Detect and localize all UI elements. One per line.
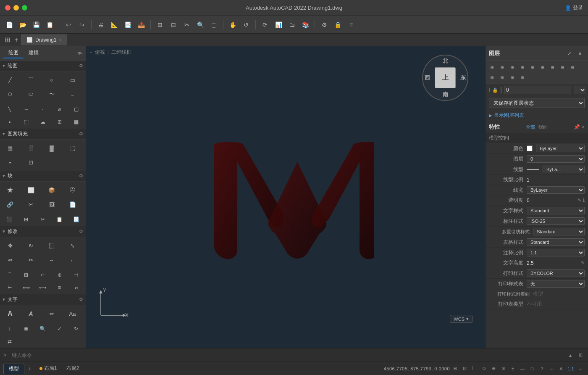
scale-display[interactable]: 1:1 xyxy=(567,364,575,373)
tool-hatch-small[interactable]: ▦ xyxy=(68,116,84,128)
props-tab-mine[interactable]: 我约 xyxy=(538,124,548,130)
tool-hatch-island[interactable]: ⊡ xyxy=(23,156,39,169)
zoom-button[interactable]: 🔍 xyxy=(194,19,206,31)
pan-button[interactable]: ✋ xyxy=(227,19,239,31)
tool-xline[interactable]: ╲ xyxy=(2,103,18,115)
tool-arc[interactable]: ⌒ xyxy=(23,73,39,87)
props-tab-all[interactable]: 全部 xyxy=(526,124,535,130)
mleaderstyle-dropdown[interactable]: Standard xyxy=(533,228,585,235)
maximize-button[interactable] xyxy=(22,5,27,11)
view-base-button[interactable]: ⊞ xyxy=(154,19,166,31)
osnap-toggle[interactable]: ⊕ xyxy=(489,364,498,373)
grid-toggle[interactable]: ⊞ xyxy=(451,364,459,373)
add-layout-button[interactable]: + xyxy=(25,364,34,373)
plotstyle-table-dropdown[interactable]: 无 xyxy=(527,280,585,288)
close-button[interactable] xyxy=(5,5,10,11)
tool-align[interactable]: ≡ xyxy=(52,282,68,293)
ortho-toggle[interactable]: ⊢ xyxy=(470,364,478,373)
tool-lengthen[interactable]: ⟺ xyxy=(18,282,34,293)
tool-offset[interactable]: ⊂ xyxy=(35,269,51,281)
zoom-window-button[interactable]: ⬚ xyxy=(208,19,220,31)
tool-xbind[interactable]: ⊞ xyxy=(18,214,34,225)
sc-toggle[interactable]: ≡ xyxy=(547,364,556,373)
tool-textedit[interactable]: ✏ xyxy=(43,307,60,320)
props-pin-icon[interactable]: 📌 xyxy=(574,124,580,130)
wcs-label[interactable]: WCS ▾ xyxy=(450,315,472,323)
tool-find[interactable]: 🔍 xyxy=(35,323,51,335)
print-button[interactable]: 🖨 xyxy=(95,19,107,31)
add-view-button[interactable]: + xyxy=(89,50,92,55)
section-text-header[interactable]: ▼ 文字 ⚙ xyxy=(0,294,86,305)
tool-join[interactable]: ⊢ xyxy=(2,282,18,293)
tool-mline[interactable]: = xyxy=(64,87,81,101)
section-text-gear[interactable]: ⚙ xyxy=(79,297,83,302)
tool-hatch2[interactable]: ░ xyxy=(23,141,39,155)
layer-visibility-dot[interactable] xyxy=(489,88,490,92)
lt-btn-6[interactable]: ≋ xyxy=(538,63,547,72)
new-tab-button[interactable]: ⊞ xyxy=(3,35,12,45)
tool-xclip2[interactable]: ✂ xyxy=(35,214,51,225)
section-modify-header[interactable]: ▼ 修改 ⚙ xyxy=(0,226,86,237)
tool-attdef[interactable]: Ⓐ xyxy=(64,183,81,197)
command-input[interactable] xyxy=(12,352,564,358)
tool-check[interactable]: ✓ xyxy=(52,323,68,335)
tool-block2[interactable]: ⬛ xyxy=(2,214,18,225)
workspace-button[interactable]: ⚙ xyxy=(318,19,330,31)
section-hatch-gear[interactable]: ⚙ xyxy=(79,131,83,137)
polar-toggle[interactable]: ⊙ xyxy=(480,364,488,373)
tool-wipeout[interactable]: ▪ xyxy=(2,116,18,128)
tool-cloud[interactable]: ☁ xyxy=(35,116,51,128)
layers-settings-button[interactable]: ≡ xyxy=(575,49,585,58)
section-draw-gear[interactable]: ⚙ xyxy=(79,63,83,69)
lt-btn-8[interactable]: ≋ xyxy=(558,63,567,72)
layer-more-dropdown[interactable]: ▾ xyxy=(574,86,586,94)
view-proj-button[interactable]: ⊟ xyxy=(168,19,179,31)
tool-stretch[interactable]: ⟷ xyxy=(35,282,51,293)
tool-fillet[interactable]: ⌐ xyxy=(64,253,81,267)
viewcube-top-face[interactable]: 上 xyxy=(435,67,456,88)
save-button[interactable]: 💾 xyxy=(30,19,42,31)
ui-lock-button[interactable]: 🔒 xyxy=(332,19,344,31)
canvas-area[interactable]: + 俯视 | 二维线框 xyxy=(86,46,485,348)
drawing-tab-close[interactable]: × xyxy=(59,37,62,42)
color-dropdown[interactable]: ByLayer xyxy=(536,145,585,152)
show-layers-list-row[interactable]: ▶ 显示图层列表 xyxy=(486,110,588,121)
lt-btn-13[interactable]: ≋ xyxy=(517,73,527,82)
annot-toggle[interactable]: A xyxy=(557,364,565,373)
collapse-panel-button[interactable]: ≫ xyxy=(77,50,82,56)
tool-poly[interactable]: ⬡ xyxy=(2,87,18,101)
open-file-button[interactable]: 📂 xyxy=(17,19,29,31)
lt-btn-9[interactable]: ≋ xyxy=(568,63,577,72)
layer-color-swatch[interactable] xyxy=(501,87,501,93)
model-tab[interactable]: 模型 xyxy=(3,364,24,374)
tool-palettes-button[interactable]: 🗂 xyxy=(286,19,298,31)
regen-button[interactable]: ⟳ xyxy=(259,19,271,31)
lt-btn-12[interactable]: ≋ xyxy=(507,73,517,82)
tool-text[interactable]: A xyxy=(23,307,39,320)
tool-trim[interactable]: ✂ xyxy=(23,253,39,267)
undo-button[interactable]: ↩ xyxy=(63,19,74,31)
dimstyle-dropdown[interactable]: ISO-25 xyxy=(527,217,585,225)
new-file-button[interactable]: 📄 xyxy=(3,19,15,31)
lw-toggle[interactable]: — xyxy=(518,364,527,373)
tool-circle[interactable]: ○ xyxy=(43,73,60,87)
cmd-options-icon[interactable]: ⊞ xyxy=(576,351,585,359)
layer-dropdown-prop[interactable]: 0 xyxy=(527,155,585,163)
minimize-button[interactable] xyxy=(13,5,19,11)
tool-array[interactable]: ⊞ xyxy=(18,269,34,281)
tool-wblock[interactable]: 📦 xyxy=(43,183,60,197)
login-button[interactable]: 👤 登录 xyxy=(565,4,583,11)
tool-extend[interactable]: ↔ xyxy=(43,253,60,267)
tool-mirror[interactable]: ⇔ xyxy=(2,253,18,267)
model-tab[interactable]: 建模 xyxy=(24,48,44,58)
lt-btn-5[interactable]: ≋ xyxy=(528,63,537,72)
transparency-info-icon[interactable]: ℹ xyxy=(583,198,585,203)
tool-copy2[interactable]: ⿴ xyxy=(43,239,60,252)
lt-btn-4[interactable]: ≋ xyxy=(517,63,527,72)
layer-name-input[interactable] xyxy=(504,86,571,94)
customize-button[interactable]: ≡ xyxy=(345,19,357,31)
add-drawing-button[interactable]: + xyxy=(12,35,21,45)
batch-print-button[interactable]: 📑 xyxy=(122,19,134,31)
lt-btn-2[interactable]: ≋ xyxy=(497,63,507,72)
transparency-edit-icon[interactable]: ✎ xyxy=(578,198,581,203)
